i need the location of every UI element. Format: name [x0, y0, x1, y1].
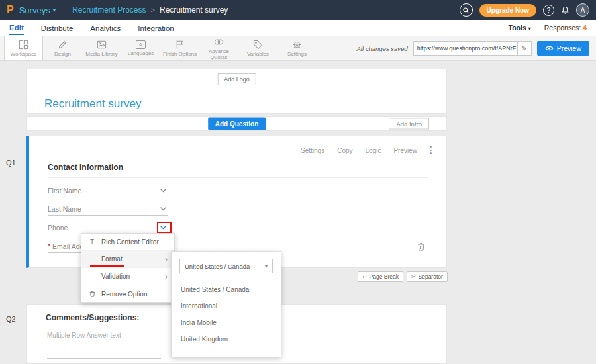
contact-field-phone[interactable]: Phone — [48, 221, 168, 234]
toolbar-item-finish-options[interactable]: Finish Options — [160, 36, 199, 60]
responses-label: Responses: — [544, 24, 581, 32]
menu-item-label: Format — [101, 255, 123, 263]
responses-indicator[interactable]: Responses:4 — [544, 24, 587, 32]
toolbar-item-languages[interactable]: A Languages — [121, 36, 160, 60]
subnav-right: Tools ▾ Responses:4 — [509, 24, 587, 32]
survey-title[interactable]: Recruitment survey — [44, 97, 141, 111]
avatar[interactable]: A — [576, 3, 589, 17]
format-option-us-canada[interactable]: United States / Canada — [172, 281, 281, 298]
toolbar-item-settings[interactable]: Settings — [277, 36, 317, 60]
chevron-down-icon: ▾ — [265, 263, 268, 269]
format-select[interactable]: United States / Canada ▾ — [179, 259, 273, 273]
menu-item-validation[interactable]: Validation › — [81, 268, 174, 285]
question-copy-link[interactable]: Copy — [337, 147, 352, 154]
question-preview-link[interactable]: Preview — [393, 147, 417, 154]
toolbar-item-label: Settings — [287, 51, 307, 57]
toolbar-item-advance-quotas[interactable]: Advance Quotas — [199, 36, 238, 60]
add-logo-button[interactable]: Add Logo — [217, 73, 256, 85]
field-label: First Name — [48, 187, 81, 195]
separator-label: Separator — [419, 273, 443, 280]
help-icon[interactable]: ? — [543, 5, 554, 16]
survey-url-field[interactable]: https://www.questionpro.com/t/APNrFZ — [413, 41, 518, 56]
answer-line — [47, 358, 161, 359]
tab-integration[interactable]: Integration — [138, 22, 174, 34]
toolbar-item-media-library[interactable]: Media Library — [82, 36, 121, 60]
tab-edit[interactable]: Edit — [9, 21, 24, 35]
page-break-label: Page Break — [370, 273, 399, 280]
chevron-down-icon[interactable] — [158, 224, 168, 231]
toolbar-item-variables[interactable]: Variables — [238, 36, 277, 60]
chevron-right-icon: › — [165, 273, 168, 280]
format-option-international[interactable]: International — [172, 298, 281, 314]
question-heading[interactable]: Contact Information — [48, 163, 123, 172]
question-number-q2: Q2 — [6, 315, 16, 323]
settings-gear-icon — [292, 40, 302, 50]
format-options-list: United States / Canada International Ind… — [172, 281, 281, 347]
contact-field-last-name[interactable]: Last Name — [48, 203, 168, 216]
toolbar-item-label: Media Library — [85, 51, 117, 57]
editor-toolbar: Workspace Design Media Library A Languag… — [0, 36, 596, 61]
top-navbar: P Surveys ▾ Recruitment Process > Recrui… — [0, 0, 596, 20]
format-submenu-panel: United States / Canada ▾ United States /… — [171, 251, 281, 357]
delete-question-icon[interactable] — [417, 242, 425, 251]
between-question-tools: ↵ Page Break ✂ Separator — [358, 271, 448, 282]
tab-analytics[interactable]: Analytics — [90, 22, 121, 34]
chevron-down-icon[interactable] — [158, 205, 168, 212]
add-question-button[interactable]: Add Question — [208, 118, 266, 130]
question-logic-link[interactable]: Logic — [366, 147, 381, 154]
design-icon — [58, 40, 68, 50]
preview-button[interactable]: Preview — [537, 41, 589, 56]
surveys-menu-label: Surveys — [19, 5, 50, 15]
toolbar-item-workspace[interactable]: Workspace — [4, 36, 43, 60]
text-format-icon: T — [88, 238, 96, 246]
search-icon[interactable] — [460, 3, 473, 17]
toolbar-item-design[interactable]: Design — [43, 36, 82, 60]
tab-distribute[interactable]: Distribute — [41, 22, 74, 34]
menu-item-format[interactable]: Format › — [81, 251, 174, 268]
separator-button[interactable]: ✂ Separator — [407, 271, 448, 282]
menu-item-label: Remove Option — [101, 291, 147, 298]
chevron-down-icon[interactable] — [158, 187, 168, 194]
menu-item-rich-content-editor[interactable]: T Rich Content Editor — [81, 234, 174, 251]
menu-item-label: Validation — [101, 273, 130, 280]
upgrade-now-button[interactable]: Upgrade Now — [479, 4, 536, 17]
toolbar-item-label: Advance Quotas — [199, 48, 238, 60]
question-heading[interactable]: Comments/Suggestions: — [46, 313, 139, 322]
page-break-icon: ↵ — [362, 273, 368, 280]
finish-options-icon — [175, 40, 185, 50]
topbar-actions: Upgrade Now ? A — [460, 3, 589, 17]
format-option-india-mobile[interactable]: India Mobile — [172, 314, 281, 331]
section-nav: Edit Distribute Analytics Integration To… — [0, 20, 596, 36]
menu-item-label: Rich Content Editor — [101, 238, 159, 246]
question-settings-link[interactable]: Settings — [301, 147, 324, 154]
add-question-band: Add Question Add Intro — [26, 116, 447, 131]
variables-icon — [253, 40, 263, 50]
menu-item-remove-option[interactable]: Remove Option — [81, 285, 174, 302]
page-break-button[interactable]: ↵ Page Break — [358, 271, 403, 282]
breadcrumb-parent-link[interactable]: Recruitment Process — [72, 5, 146, 15]
question-actions: Settings Copy Logic Preview — [301, 147, 417, 154]
add-intro-button[interactable]: Add Intro — [389, 118, 429, 130]
bell-icon[interactable] — [561, 6, 570, 15]
save-status-text: All changes saved — [357, 45, 408, 52]
contact-field-first-name[interactable]: First Name — [48, 184, 168, 197]
format-option-united-kingdom[interactable]: United Kingdom — [172, 331, 281, 347]
questionpro-logo[interactable]: P — [7, 4, 14, 16]
toolbar-item-label: Finish Options — [163, 51, 197, 57]
edit-url-button[interactable]: ✎ — [517, 41, 532, 56]
trash-icon — [88, 291, 96, 297]
breadcrumb-separator: > — [151, 6, 155, 14]
languages-icon: A — [136, 40, 146, 49]
surveys-menu[interactable]: Surveys ▾ — [19, 5, 56, 15]
toolbar-item-label: Languages — [128, 50, 154, 56]
media-library-icon — [97, 40, 107, 50]
chevron-down-icon: ▾ — [53, 7, 56, 13]
tools-menu[interactable]: Tools ▾ — [509, 24, 531, 32]
survey-header-card: Add Logo Recruitment survey — [26, 69, 447, 114]
multi-row-answer-field[interactable]: Multiple Row Answer text — [47, 332, 161, 343]
divider — [64, 5, 64, 15]
field-label: Phone — [48, 224, 68, 232]
question-more-menu-icon[interactable]: ⋮ — [426, 144, 436, 155]
annotation-underline — [90, 265, 124, 267]
scissors-icon: ✂ — [411, 273, 417, 280]
